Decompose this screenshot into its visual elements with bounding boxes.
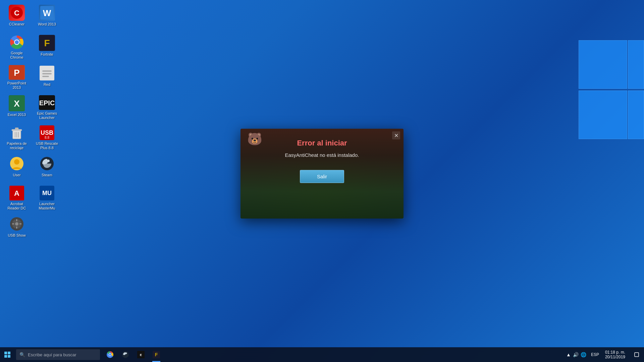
systray-area: ▲ 🔊 🌐: [564, 352, 589, 357]
close-icon: ✕: [394, 132, 398, 139]
taskbar-app-steam[interactable]: [118, 347, 133, 362]
language-indicator[interactable]: ESP: [589, 352, 601, 357]
search-icon: 🔍: [19, 352, 25, 357]
taskbar-app-fortnite[interactable]: F: [149, 347, 164, 362]
modal-title: Error al iniciar: [297, 139, 347, 147]
notifications-button[interactable]: [629, 347, 644, 362]
taskbar-fortnite-icon: F: [153, 351, 160, 358]
svg-rect-45: [4, 355, 7, 358]
clock-time: 01:18 p. m.: [605, 350, 625, 355]
windows-logo-icon: [4, 352, 10, 358]
systray-chevron[interactable]: ▲: [566, 352, 571, 357]
modal-close-button[interactable]: ✕: [392, 131, 400, 139]
svg-rect-56: [635, 353, 639, 357]
error-dialog: 🐻 ✕ Error al iniciar EasyAntiCheat no es…: [240, 129, 404, 219]
modal-overlay: 🐻 ✕ Error al iniciar EasyAntiCheat no es…: [0, 0, 644, 347]
systray-volume[interactable]: 🔊: [573, 352, 579, 357]
taskbar-steam-icon: [122, 351, 129, 358]
desktop: C CCleaner W Word 2013: [0, 0, 644, 362]
svg-text:E: E: [140, 353, 142, 357]
svg-point-49: [109, 354, 111, 356]
taskbar-search-box[interactable]: 🔍 Escribe aquí para buscar: [16, 349, 100, 360]
taskbar-chrome-icon: [106, 351, 114, 358]
taskbar-epic-icon: E: [137, 351, 145, 358]
taskbar-right-area: ▲ 🔊 🌐 ESP 01:18 p. m. 20/11/2019: [564, 347, 644, 362]
notifications-icon: [634, 352, 639, 357]
systray-network[interactable]: 🌐: [581, 352, 586, 357]
start-button[interactable]: [0, 347, 15, 362]
svg-point-51: [125, 353, 127, 354]
svg-rect-46: [8, 355, 10, 358]
clock-date: 20/11/2019: [605, 355, 625, 359]
modal-message: EasyAntiCheat no está instalado.: [285, 152, 359, 158]
svg-rect-44: [8, 352, 10, 354]
taskbar-apps-area: E F: [103, 347, 164, 362]
taskbar-app-chrome[interactable]: [103, 347, 117, 362]
clock-area[interactable]: 01:18 p. m. 20/11/2019: [601, 347, 629, 362]
taskbar-app-epic[interactable]: E: [133, 347, 148, 362]
svg-text:F: F: [155, 352, 158, 357]
modal-exit-button[interactable]: Salir: [300, 170, 344, 183]
taskbar: 🔍 Escribe aquí para buscar: [0, 347, 644, 362]
modal-content-area: Error al iniciar EasyAntiCheat no está i…: [240, 129, 404, 219]
svg-rect-43: [4, 352, 7, 354]
search-placeholder: Escribe aquí para buscar: [28, 352, 76, 357]
